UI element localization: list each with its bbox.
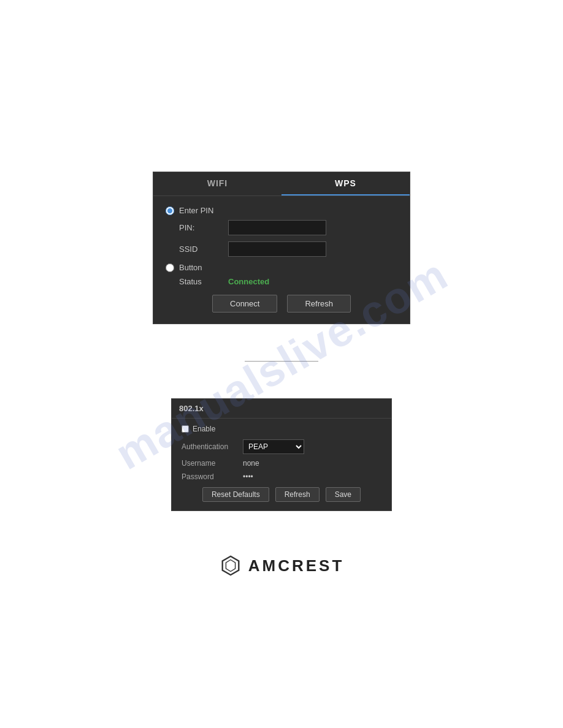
enable-label: Enable xyxy=(193,425,215,433)
auth-select[interactable]: PEAP TLS TTLS xyxy=(243,439,304,454)
tab-wifi[interactable]: WIFI xyxy=(153,172,282,195)
pin-label: PIN: xyxy=(179,223,228,232)
connect-button[interactable]: Connect xyxy=(212,295,277,313)
password-label: Password xyxy=(182,472,243,481)
password-value: •••• xyxy=(243,472,253,481)
tab-wps[interactable]: WPS xyxy=(282,172,410,195)
wps-panel: WIFI WPS Enter PIN PIN: SSID xyxy=(153,172,410,324)
svg-marker-0 xyxy=(222,556,239,575)
refresh-button[interactable]: Refresh xyxy=(287,295,351,313)
enable-checkbox[interactable] xyxy=(182,425,189,433)
status-label: Status xyxy=(179,277,228,286)
pin-input[interactable] xyxy=(228,220,326,235)
panel-802x: 802.1x Enable Authentication PEAP TLS TT… xyxy=(171,398,392,511)
username-value: none xyxy=(243,459,259,468)
auth-label: Authentication xyxy=(182,442,243,451)
refresh-802-button[interactable]: Refresh xyxy=(275,487,320,502)
username-label: Username xyxy=(182,459,243,468)
section-divider xyxy=(245,361,318,362)
tab-bar: WIFI WPS xyxy=(153,172,410,196)
ssid-input[interactable] xyxy=(228,241,326,257)
logo-section: AMCREST xyxy=(219,554,345,577)
reset-defaults-button[interactable]: Reset Defaults xyxy=(202,487,269,502)
button-label: Button xyxy=(179,263,202,272)
enter-pin-label: Enter PIN xyxy=(179,206,213,215)
button-radio[interactable] xyxy=(166,264,174,272)
panel-802-title: 802.1x xyxy=(172,399,391,419)
svg-marker-1 xyxy=(226,560,235,572)
amcrest-logo-icon xyxy=(219,554,242,577)
brand-name: AMCREST xyxy=(248,556,345,575)
save-802-button[interactable]: Save xyxy=(326,487,361,502)
status-value: Connected xyxy=(228,277,269,286)
ssid-label: SSID xyxy=(179,245,228,254)
enter-pin-radio[interactable] xyxy=(166,207,174,215)
